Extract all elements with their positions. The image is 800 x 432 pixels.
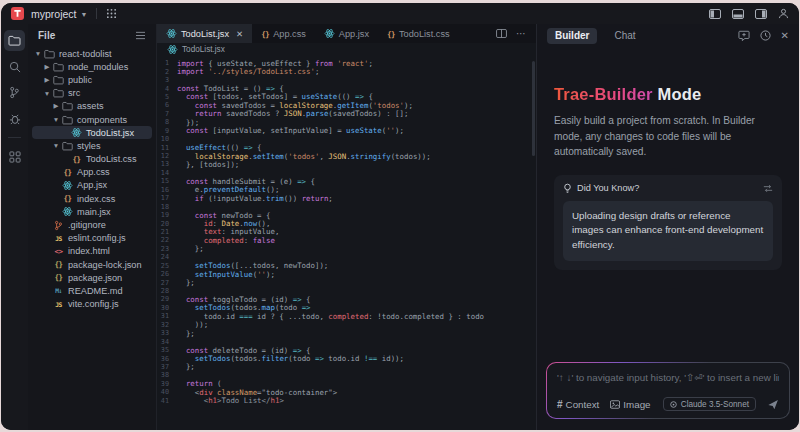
breadcrumb[interactable]: TodoList.jsx [157, 43, 536, 56]
tree-item[interactable]: ▼styles [32, 139, 152, 152]
chevron-down-icon[interactable]: ▼ [81, 11, 88, 18]
code-line: 26 setInputValue(''); [157, 270, 536, 278]
git-icon [52, 220, 65, 231]
hash-icon: # [557, 399, 563, 410]
activity-search-icon[interactable] [4, 56, 25, 77]
divider [8, 137, 21, 138]
tree-item[interactable]: ▶node_modules [32, 60, 152, 73]
chevron-icon: ▶ [43, 76, 51, 84]
tree-item[interactable]: {}package.json [32, 271, 152, 284]
chat-input[interactable]: '↑ ↓' to navigate input history, '⇧⏎' to… [557, 372, 779, 383]
send-icon[interactable] [767, 399, 779, 410]
explorer-header: File [38, 30, 55, 41]
panel-tab-chat[interactable]: Chat [606, 28, 643, 44]
line-number: 1 [157, 59, 177, 67]
tree-item[interactable]: {}App.css [32, 166, 152, 179]
tree-item[interactable]: JSeslint.config.js [32, 232, 152, 245]
activity-explorer-icon[interactable] [4, 30, 25, 51]
apps-grid-icon[interactable] [106, 8, 117, 19]
tree-item[interactable]: App.jsx [32, 179, 152, 192]
did-you-know-card: Did You Know? Uploading design drafts or… [554, 175, 782, 270]
tree-item[interactable]: {}index.css [32, 192, 152, 205]
history-icon[interactable] [760, 30, 771, 41]
line-number: 32 [157, 321, 177, 329]
line-number: 23 [157, 245, 177, 253]
image-button[interactable]: Image [610, 399, 650, 410]
tree-item-label: eslint.config.js [68, 233, 126, 243]
line-number: 34 [157, 338, 177, 346]
tree-item[interactable]: {}TodoList.css [32, 153, 152, 166]
split-editor-icon[interactable] [496, 29, 507, 38]
folder-icon [61, 101, 74, 111]
explorer-menu-icon[interactable] [135, 31, 146, 40]
activity-extensions-icon[interactable] [4, 146, 25, 167]
activity-source-control-icon[interactable] [4, 82, 25, 103]
css-icon: {} [70, 155, 83, 164]
tree-item[interactable]: <>index.html [32, 245, 152, 258]
tree-item[interactable]: .gitignore [32, 218, 152, 231]
code-line: 2import '../styles/TodoList.css'; [157, 67, 536, 75]
toggle-right-panel-icon[interactable] [755, 9, 767, 19]
account-icon[interactable] [778, 8, 789, 19]
editor-tab[interactable]: TodoList.jsx✕ [157, 24, 252, 43]
new-chat-icon[interactable] [738, 30, 750, 41]
code-line: 22 completed: false [157, 236, 536, 244]
line-number: 12 [157, 152, 177, 160]
tree-item[interactable]: JSvite.config.js [32, 298, 152, 311]
code-line: 32 )); [157, 321, 536, 329]
shuffle-tip-icon[interactable] [763, 184, 773, 193]
line-number: 40 [157, 388, 177, 396]
line-number: 36 [157, 355, 177, 363]
file-tree: ▼react-todolist▶node_modules▶public▼src▶… [28, 45, 156, 430]
tab-label: TodoList.jsx [181, 29, 229, 39]
tree-item[interactable]: ▼components [32, 113, 152, 126]
line-number: 13 [157, 160, 177, 168]
line-number: 35 [157, 346, 177, 354]
project-name[interactable]: myproject [31, 8, 77, 20]
line-number: 24 [157, 253, 177, 261]
code-line: 37 }; [157, 363, 536, 371]
activity-bar [1, 24, 28, 430]
editor-scrollbar[interactable] [532, 61, 535, 156]
toggle-left-panel-icon[interactable] [709, 9, 721, 19]
folder-icon [52, 75, 65, 85]
close-panel-icon[interactable]: ✕ [781, 31, 789, 41]
model-selector[interactable]: Claude 3.5-Sonnet [663, 397, 756, 411]
toggle-bottom-panel-icon[interactable] [732, 9, 744, 19]
tab-label: App.css [273, 29, 306, 39]
context-button[interactable]: # Context [557, 399, 599, 410]
tree-item-label: main.jsx [77, 207, 111, 217]
tree-item[interactable]: M↓README.md [32, 284, 152, 297]
code-area[interactable]: 1import { useState, useEffect } from 're… [157, 56, 536, 430]
code-line: 9 const [inputValue, setInputValue] = us… [157, 127, 536, 135]
editor-tab[interactable]: {}App.css [252, 24, 315, 43]
title-gradient-text: Trae-Builder [554, 85, 653, 103]
tree-item[interactable]: ▼react-todolist [32, 47, 152, 60]
tree-item[interactable]: main.jsx [32, 205, 152, 218]
tree-item[interactable]: ▶public [32, 73, 152, 86]
image-icon [610, 400, 620, 409]
model-label: Claude 3.5-Sonnet [681, 400, 749, 409]
chevron-icon: ▼ [43, 90, 51, 97]
close-icon[interactable]: ✕ [236, 29, 243, 39]
panel-tab-builder[interactable]: Builder [547, 28, 597, 44]
tree-item-label: App.jsx [77, 180, 107, 190]
tree-item-label: react-todolist [59, 49, 112, 59]
builder-panel-header: BuilderChat ✕ [537, 24, 799, 47]
tree-item[interactable]: ▼src [32, 87, 152, 100]
tree-item[interactable]: TodoList.jsx [32, 126, 152, 139]
md-icon: M↓ [52, 287, 65, 294]
activity-debug-icon[interactable] [4, 108, 25, 129]
trae-logo-icon[interactable] [11, 7, 24, 20]
context-label: Context [566, 399, 600, 410]
line-number: 6 [157, 101, 177, 109]
editor-tab[interactable]: {}TodoList.css [378, 24, 459, 43]
more-actions-icon[interactable]: ⋯ [516, 28, 527, 39]
editor-tab[interactable]: App.jsx [315, 24, 378, 43]
tree-item-label: App.css [77, 167, 110, 177]
code-line: 23 }; [157, 245, 536, 253]
code-line: 31 todo.id === id ? { ...todo, completed… [157, 312, 536, 320]
tree-item-label: TodoList.jsx [86, 128, 134, 138]
tree-item[interactable]: ▶assets [32, 100, 152, 113]
tree-item[interactable]: {}package-lock.json [32, 258, 152, 271]
